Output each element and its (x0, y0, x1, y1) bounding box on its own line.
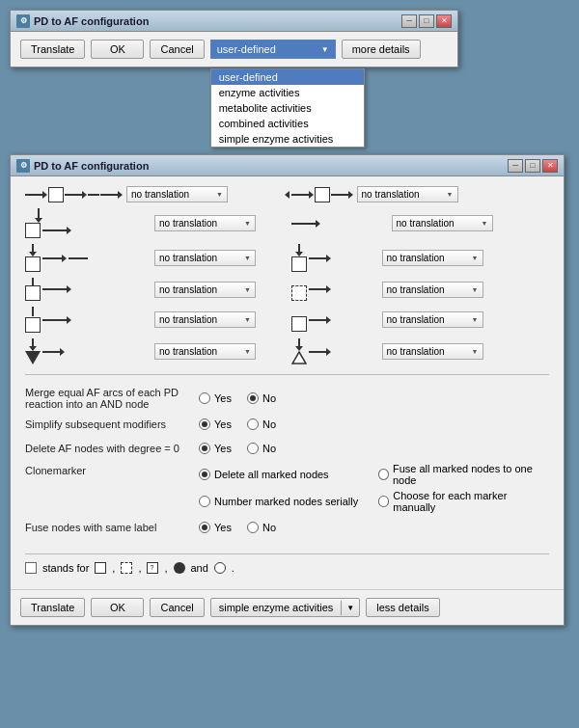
node-box-4r (291, 285, 307, 301)
bottom-cancel-button[interactable]: Cancel (150, 598, 204, 617)
node-box-1 (48, 187, 64, 202)
delete-no-radio[interactable] (247, 443, 259, 454)
translation-row-2: no translation ▼ no translation ▼ (25, 208, 549, 238)
dd-arrow-icon-2l: ▼ (244, 220, 251, 227)
bottom-dropdown-text: simple enzyme activities (211, 599, 342, 616)
translation-grid: no translation ▼ no translation ▼ (25, 186, 549, 364)
main-dialog-body: no translation ▼ no translation ▼ (11, 176, 564, 589)
clonemarker-label: Clonemarker (25, 463, 199, 476)
node-diagram-1-left (25, 187, 123, 202)
main-close-button[interactable]: ✕ (542, 159, 558, 173)
fuse-no-radio[interactable] (247, 522, 259, 533)
main-dialog-title: PD to AF configuration (34, 160, 149, 172)
translation-dropdown-3-right[interactable]: no translation ▼ (382, 250, 483, 266)
dd-arrow-icon-1r: ▼ (447, 191, 454, 198)
top-dropdown-menu: user-defined enzyme activities metabolit… (210, 68, 365, 148)
translation-dropdown-3-left[interactable]: no translation ▼ (154, 250, 256, 266)
node-diagram-4-left (25, 278, 151, 301)
merge-equal-yes-radio[interactable] (199, 392, 210, 404)
main-maximize-button[interactable]: □ (525, 159, 540, 173)
bottom-less-details-button[interactable]: less details (366, 598, 439, 617)
translation-dropdown-6-right[interactable]: no translation ▼ (382, 343, 483, 360)
simplify-yes-radio[interactable] (199, 418, 210, 430)
app-icon: ⚙ (16, 14, 30, 28)
clonemarker-choose-radio[interactable] (378, 496, 390, 507)
bottom-ok-button[interactable]: OK (91, 598, 144, 617)
delete-radio-group: Yes No (199, 443, 549, 454)
top-cancel-button[interactable]: Cancel (150, 40, 204, 59)
fuse-same-label-label: Fuse nodes with same label (25, 522, 199, 533)
top-dropdown[interactable]: user-defined ▼ (210, 40, 336, 59)
dd-arrow-icon: ▼ (216, 191, 223, 198)
section-divider (25, 374, 549, 375)
translation-dropdown-5-right[interactable]: no translation ▼ (382, 311, 483, 328)
triangle-outline-icon (291, 351, 307, 364)
maximize-button[interactable]: □ (419, 14, 434, 28)
bottom-translate-button[interactable]: Translate (20, 598, 85, 617)
clonemarker-number[interactable]: Number marked nodes serially (199, 490, 371, 513)
vert-arrow-2 (35, 208, 42, 223)
main-minimize-button[interactable]: ─ (508, 159, 523, 173)
merge-equal-yes[interactable]: Yes (199, 392, 232, 404)
merge-equal-no[interactable]: No (247, 392, 276, 404)
dropdown-option-3[interactable]: combined activities (211, 116, 364, 131)
dropdown-option-0[interactable]: user-defined (211, 69, 364, 85)
node-diagram-4-right (291, 278, 378, 301)
clonemarker-fuse-radio[interactable] (378, 469, 389, 480)
dd-arrow-icon-2r: ▼ (482, 220, 488, 227)
main-dialog-title-area: ⚙ PD to AF configuration (16, 159, 149, 173)
dd-arrow-icon-5l: ▼ (244, 316, 251, 323)
svg-marker-0 (292, 352, 306, 364)
minimize-button[interactable]: ─ (401, 14, 417, 28)
translation-dropdown-5-left[interactable]: no translation ▼ (154, 311, 256, 328)
translation-dropdown-1-right[interactable]: no translation ▼ (357, 186, 458, 202)
dd-arrow-icon-3r: ▼ (472, 255, 479, 261)
bottom-dropdown-arrow-icon[interactable]: ▼ (341, 601, 359, 615)
translation-dropdown-4-right[interactable]: no translation ▼ (382, 282, 483, 298)
fuse-yes[interactable]: Yes (199, 522, 232, 533)
top-translate-button[interactable]: Translate (20, 40, 85, 59)
translation-dropdown-6-left[interactable]: no translation ▼ (154, 343, 256, 360)
dropdown-option-4[interactable]: simple enzyme activities (211, 131, 364, 147)
node-box-4l (25, 285, 41, 301)
bottom-bar: Translate OK Cancel simple enzyme activi… (11, 589, 564, 625)
close-button[interactable]: ✕ (436, 14, 452, 28)
dropdown-option-1[interactable]: enzyme activities (211, 85, 364, 100)
circle-filled-icon (174, 562, 185, 574)
delete-degree-zero-label: Delete AF nodes with degree = 0 (25, 443, 199, 454)
left-half-5: no translation ▼ (25, 307, 284, 333)
top-ok-button[interactable]: OK (91, 40, 144, 59)
delete-no[interactable]: No (247, 443, 276, 454)
translation-dropdown-2-right[interactable]: no translation ▼ (392, 215, 493, 231)
dropdown-option-2[interactable]: metabolite activities (211, 100, 364, 116)
clonemarker-number-radio[interactable] (199, 496, 210, 507)
translation-dropdown-4-left[interactable]: no translation ▼ (154, 282, 256, 298)
translation-row-6: no translation ▼ (25, 338, 549, 364)
top-dialog-titlebar: ⚙ PD to AF configuration ─ □ ✕ (11, 11, 457, 32)
bottom-dropdown[interactable]: simple enzyme activities ▼ (210, 598, 361, 617)
delete-yes-radio[interactable] (199, 443, 210, 454)
clonemarker-delete-radio[interactable] (199, 469, 210, 480)
top-dialog-title-area: ⚙ PD to AF configuration (16, 14, 149, 28)
main-dialog-titlebar: ⚙ PD to AF configuration ─ □ ✕ (11, 155, 564, 176)
clonemarker-fuse-all[interactable]: Fuse all marked nodes to one node (378, 463, 550, 486)
merge-equal-no-radio[interactable] (247, 392, 259, 404)
simplify-no[interactable]: No (247, 418, 276, 430)
left-half-1: no translation ▼ (25, 186, 284, 202)
stands-for-divider (25, 553, 549, 554)
clonemarker-option: Clonemarker Delete all marked nodes Fuse… (25, 463, 549, 513)
translation-dropdown-2-left[interactable]: no translation ▼ (154, 215, 256, 231)
top-more-details-button[interactable]: more details (342, 40, 421, 59)
clonemarker-choose[interactable]: Choose for each marker manually (378, 490, 550, 513)
translation-dropdown-1-left[interactable]: no translation ▼ (126, 186, 228, 202)
stands-for-checkbox[interactable] (25, 562, 37, 574)
simplify-yes[interactable]: Yes (199, 418, 232, 430)
node-diagram-5-right (291, 308, 378, 332)
clonemarker-delete-all[interactable]: Delete all marked nodes (199, 463, 371, 486)
left-half-2: no translation ▼ (25, 208, 284, 238)
fuse-yes-radio[interactable] (199, 522, 210, 533)
fuse-no[interactable]: No (247, 522, 276, 533)
simplify-modifiers-option: Simplify subsequent modifiers Yes No (25, 415, 549, 434)
simplify-no-radio[interactable] (247, 418, 259, 430)
delete-yes[interactable]: Yes (199, 443, 232, 454)
